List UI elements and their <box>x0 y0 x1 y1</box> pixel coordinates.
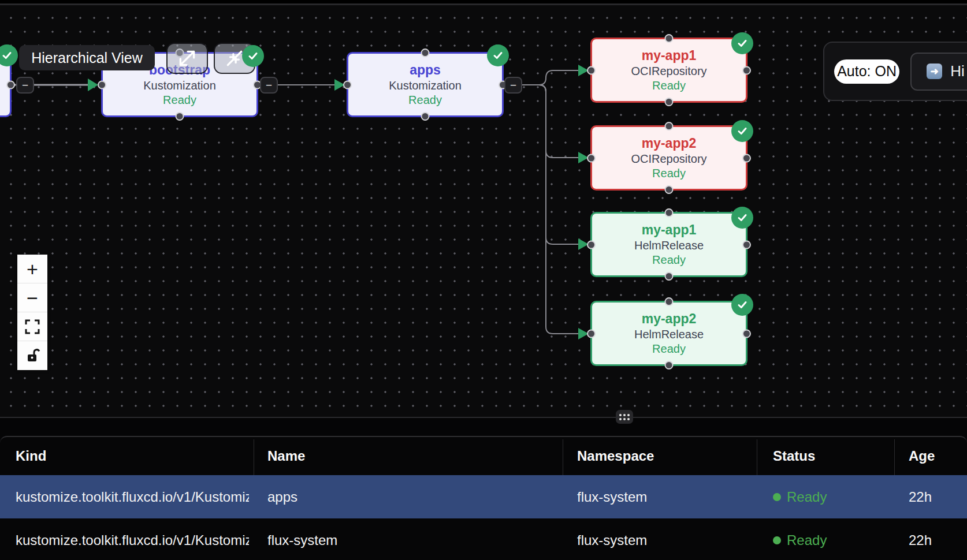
node-status: Ready <box>652 167 686 179</box>
ready-badge <box>242 45 264 67</box>
cell-kind: kustomize.toolkit.fluxcd.io/v1/Kustomiza… <box>16 532 249 548</box>
node-handle[interactable] <box>665 297 674 306</box>
node-status: Ready <box>652 254 686 266</box>
status-text: Ready <box>787 489 827 505</box>
node-my-app2-helmrelease[interactable]: my-app2 HelmRelease Ready <box>590 301 747 366</box>
node-handle[interactable] <box>176 112 184 121</box>
hierarchical-view-tooltip: Hierarchical View <box>19 45 155 70</box>
node-handle[interactable] <box>6 80 15 89</box>
node-my-app1-helmrelease[interactable]: my-app1 HelmRelease Ready <box>590 212 747 277</box>
node-title: my-app1 <box>642 49 697 62</box>
unlock-icon <box>24 347 41 364</box>
header-status: Status <box>773 448 886 464</box>
node-handle[interactable] <box>587 329 596 338</box>
column-divider <box>894 439 895 475</box>
check-icon <box>737 212 748 223</box>
header-name: Name <box>267 448 556 464</box>
ready-badge <box>731 294 753 316</box>
node-status: Ready <box>163 94 196 106</box>
auto-toggle-button[interactable]: Auto: ON <box>834 59 899 84</box>
node-handle[interactable] <box>742 66 751 74</box>
fit-view-button[interactable] <box>17 312 47 341</box>
node-handle[interactable] <box>665 208 674 217</box>
node-handle[interactable] <box>665 122 674 130</box>
table-row[interactable]: kustomize.toolkit.fluxcd.io/v1/Kustomiza… <box>0 518 967 560</box>
edge-collapse-button[interactable]: − <box>16 77 34 94</box>
node-kind: OCIRepository <box>631 65 706 77</box>
lock-toggle-button[interactable] <box>17 341 47 370</box>
node-handle[interactable] <box>742 154 751 162</box>
canvas-controls: + − <box>17 255 47 370</box>
node-handle[interactable] <box>98 80 106 89</box>
node-kind: HelmRelease <box>634 328 704 340</box>
node-handle[interactable] <box>421 48 430 57</box>
node-handle[interactable] <box>665 34 674 43</box>
hide-button[interactable]: ➜ Hi <box>910 53 967 91</box>
node-apps[interactable]: apps Kustomization Ready <box>347 52 504 117</box>
node-handle[interactable] <box>665 98 674 106</box>
header-age: Age <box>909 448 961 464</box>
node-handle[interactable] <box>665 272 674 281</box>
node-status: Ready <box>652 80 686 91</box>
zoom-out-button[interactable]: − <box>17 283 47 312</box>
node-my-app2-ocirepository[interactable]: my-app2 OCIRepository Ready <box>590 125 747 191</box>
node-my-app1-ocirepository[interactable]: my-app1 OCIRepository Ready <box>590 38 747 103</box>
node-handle[interactable] <box>742 329 751 338</box>
column-divider <box>563 439 563 475</box>
header-kind: Kind <box>16 448 249 464</box>
node-handle[interactable] <box>665 361 674 369</box>
header-namespace: Namespace <box>577 448 747 464</box>
edge-collapse-button[interactable]: − <box>504 77 522 94</box>
node-handle[interactable] <box>587 154 596 162</box>
pane-splitter[interactable] <box>0 417 967 418</box>
node-handle[interactable] <box>742 240 751 249</box>
ready-badge <box>487 44 509 66</box>
node-title: my-app1 <box>642 223 697 237</box>
node-kind: Kustomization <box>389 80 462 91</box>
node-kind: OCIRepository <box>631 153 706 165</box>
expand-node-button[interactable] <box>166 43 208 74</box>
check-icon <box>492 50 504 61</box>
check-icon <box>247 50 259 62</box>
column-divider <box>757 439 757 475</box>
check-icon <box>737 38 748 49</box>
edge-collapse-button[interactable]: − <box>260 77 278 94</box>
grip-dots-icon <box>619 414 630 420</box>
arrow-right-icon: ➜ <box>927 64 942 79</box>
ready-badge <box>731 120 753 142</box>
node-handle[interactable] <box>343 80 352 89</box>
splitter-drag-handle[interactable] <box>616 410 633 424</box>
zoom-in-button[interactable]: + <box>17 255 47 283</box>
expand-icon <box>177 48 198 69</box>
plus-icon: + <box>27 259 38 279</box>
table-row[interactable]: kustomize.toolkit.fluxcd.io/v1/Kustomiza… <box>0 475 967 518</box>
node-status: Ready <box>652 343 686 354</box>
cell-namespace: flux-system <box>577 489 747 505</box>
node-title: my-app2 <box>642 312 697 326</box>
status-text: Ready <box>787 532 827 548</box>
ready-badge <box>731 207 753 229</box>
node-handle[interactable] <box>421 112 430 121</box>
status-dot-icon <box>773 536 781 544</box>
cell-namespace: flux-system <box>577 532 747 548</box>
fit-view-icon <box>25 319 40 334</box>
hide-button-label: Hi <box>950 62 965 80</box>
cell-age: 22h <box>909 532 961 548</box>
resource-table: Kind Name Namespace Status Age kustomize… <box>0 436 967 560</box>
check-icon <box>1 50 13 61</box>
node-status: Ready <box>408 94 442 106</box>
node-handle[interactable] <box>587 66 596 74</box>
node-title: my-app2 <box>642 137 697 150</box>
check-icon <box>737 299 748 311</box>
table-header-row: Kind Name Namespace Status Age <box>0 437 967 475</box>
node-handle[interactable] <box>587 240 596 249</box>
cell-name: flux-system <box>267 532 556 548</box>
node-kind: HelmRelease <box>634 240 704 251</box>
minus-icon: − <box>27 288 38 308</box>
column-divider <box>254 439 254 475</box>
view-options-panel: Auto: ON ➜ Hi <box>823 42 967 101</box>
check-icon <box>737 125 748 137</box>
node-title: apps <box>410 64 441 77</box>
node-handle[interactable] <box>665 185 674 194</box>
cell-age: 22h <box>909 489 961 505</box>
